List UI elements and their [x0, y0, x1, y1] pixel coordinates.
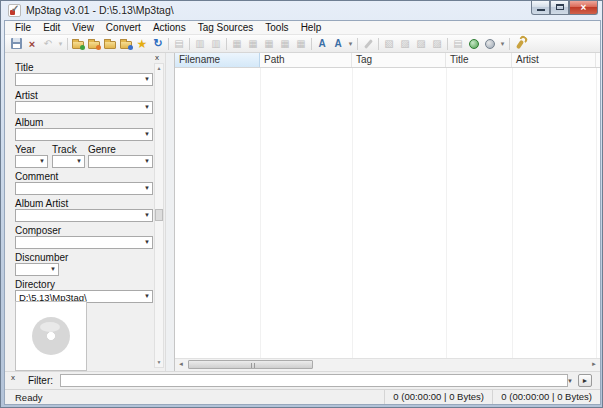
save-icon[interactable]	[8, 36, 24, 51]
year-combobox[interactable]: ▼	[15, 155, 48, 168]
scroll-left-icon[interactable]: ◄	[175, 359, 187, 370]
change-directory-icon[interactable]	[70, 36, 86, 51]
menu-help[interactable]: Help	[295, 22, 328, 33]
id3v2-icon[interactable]: ▨	[413, 36, 429, 51]
browse-directory-icon[interactable]	[102, 36, 118, 51]
minimize-button[interactable]	[531, 1, 550, 15]
id3v1-icon[interactable]: ▨	[397, 36, 413, 51]
floppy-shape	[11, 38, 22, 49]
menu-tools[interactable]: Tools	[259, 22, 294, 33]
edit-tag-icon[interactable]	[360, 36, 376, 51]
album-field-label: Album	[15, 117, 43, 128]
toolbar-separator	[67, 38, 68, 50]
artist-combobox[interactable]: ▼	[15, 101, 153, 114]
globe-shape	[469, 39, 479, 49]
filter-bar: x Filter: ▼ ►	[5, 371, 600, 389]
horizontal-scrollbar[interactable]: ◄ ►	[175, 358, 600, 371]
column-header-filename[interactable]: Filename	[175, 53, 260, 67]
undo-dropdown-icon[interactable]: ▾	[56, 36, 65, 51]
menu-convert[interactable]: Convert	[100, 22, 147, 33]
column-gridline	[512, 68, 513, 358]
window-controls: ×	[531, 1, 598, 15]
extended-tags-icon[interactable]: ▧	[381, 36, 397, 51]
chevron-down-icon: ▼	[76, 158, 82, 164]
filter-dropdown-icon[interactable]: ▼	[567, 378, 573, 384]
scrollbar-thumb[interactable]	[155, 209, 163, 221]
filter-input[interactable]	[60, 374, 568, 387]
options-icon[interactable]	[512, 36, 528, 51]
column-header-tag[interactable]: Tag	[352, 53, 446, 67]
actions-icon[interactable]: A	[314, 36, 330, 51]
scroll-right-icon[interactable]: ►	[588, 359, 600, 370]
thumb-grip	[251, 363, 252, 368]
filter-close-button[interactable]: x	[8, 373, 18, 383]
menu-file[interactable]: File	[9, 22, 37, 33]
discnumber-combobox[interactable]: ▼	[15, 263, 59, 276]
maximize-button[interactable]	[550, 1, 569, 15]
column-gridline	[596, 68, 597, 358]
track-combobox[interactable]: ▼	[52, 155, 85, 168]
tag-panel: x Title ▼ Artist ▼ Album ▼ Year Track	[5, 53, 165, 371]
menu-edit[interactable]: Edit	[37, 22, 66, 33]
pencil-shape	[364, 39, 373, 49]
window-title: Mp3tag v3.01 - D:\5.13\Mp3tag\	[26, 4, 174, 16]
discnumber-field-label: Discnumber	[15, 252, 68, 263]
file-list-body[interactable]	[175, 68, 600, 358]
textfile-tag-icon[interactable]: ▦	[277, 36, 293, 51]
filename-filename-icon[interactable]: ▦	[261, 36, 277, 51]
title-combobox[interactable]: ▼	[15, 73, 153, 86]
menu-actions[interactable]: Actions	[147, 22, 192, 33]
title-bar[interactable]: ✓ Mp3tag v3.01 - D:\5.13\Mp3tag\ ×	[1, 1, 602, 20]
quick-actions-icon[interactable]: A	[330, 36, 346, 51]
tag-tag-icon[interactable]: ▦	[293, 36, 309, 51]
tag-panel-close-button[interactable]: x	[152, 53, 162, 63]
composer-combobox[interactable]: ▼	[15, 236, 153, 249]
ape-tag-icon[interactable]: ▨	[429, 36, 445, 51]
column-header-title[interactable]: Title	[446, 53, 512, 67]
remove-tag-icon[interactable]: ×	[24, 36, 40, 51]
column-header-artist[interactable]: Artist	[512, 53, 596, 67]
refresh-icon[interactable]: ↻	[150, 36, 166, 51]
green-dot	[80, 45, 85, 50]
favorite-directory-icon[interactable]	[118, 36, 134, 51]
column-header-path[interactable]: Path	[260, 53, 352, 67]
close-button[interactable]: ×	[569, 1, 598, 15]
mp3tag-window: ✓ Mp3tag v3.01 - D:\5.13\Mp3tag\ × File …	[0, 0, 603, 408]
scroll-down-icon[interactable]: ▼	[155, 358, 163, 367]
album-artist-combobox[interactable]: ▼	[15, 209, 153, 222]
scrollbar-thumb[interactable]	[188, 360, 313, 369]
parent-directory-icon[interactable]	[86, 36, 102, 51]
undo-icon[interactable]: ↶	[40, 36, 56, 51]
filter-expand-button[interactable]: ►	[578, 374, 592, 387]
tag-panel-scrollbar[interactable]: ▲ ▼	[154, 63, 164, 368]
actions-dropdown-icon[interactable]: ▾	[346, 36, 355, 51]
minimize-icon	[537, 9, 545, 11]
favorites-star-icon[interactable]: ★	[134, 36, 150, 51]
column-header-album[interactable]: A	[596, 53, 600, 67]
filename-tag-icon[interactable]: ▦	[245, 36, 261, 51]
web-sources-icon[interactable]	[482, 36, 498, 51]
scroll-up-icon[interactable]: ▲	[155, 64, 163, 73]
web-sources-dropdown-icon[interactable]: ▾	[498, 36, 507, 51]
panel-splitter[interactable]	[165, 53, 175, 371]
comment-combobox[interactable]: ▼	[15, 182, 153, 195]
toolbar-separator	[447, 38, 448, 50]
status-selected-counter: 0 (00:00:00 | 0 Bytes)	[384, 390, 492, 404]
column-gridline	[446, 68, 447, 358]
copy-tag-icon[interactable]: ▥	[192, 36, 208, 51]
album-art-box[interactable]	[15, 301, 87, 371]
album-combobox[interactable]: ▼	[15, 128, 153, 141]
menu-tag-sources[interactable]: Tag Sources	[192, 22, 260, 33]
globe-shape	[485, 39, 495, 49]
tag-filename-icon[interactable]: ▦	[229, 36, 245, 51]
freedb-icon[interactable]	[466, 36, 482, 51]
menu-view[interactable]: View	[66, 22, 100, 33]
paste-tag-icon[interactable]: ▥	[208, 36, 224, 51]
toolbar-separator	[311, 38, 312, 50]
chevron-down-icon: ▼	[50, 266, 56, 272]
playlist-icon[interactable]: ▤	[171, 36, 187, 51]
filter-label: Filter:	[28, 375, 53, 386]
genre-combobox[interactable]: ▼	[88, 155, 153, 168]
export-icon[interactable]: ▤	[450, 36, 466, 51]
main-area: x Title ▼ Artist ▼ Album ▼ Year Track	[5, 53, 600, 371]
